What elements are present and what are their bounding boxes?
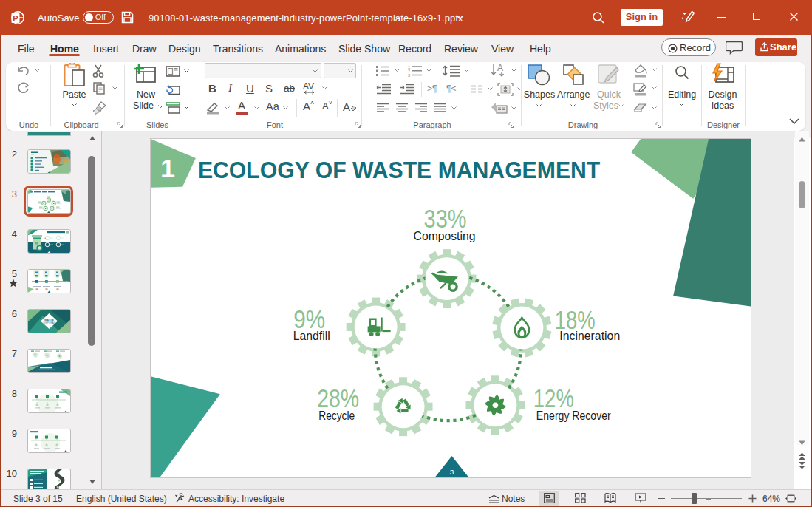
svg-text:Incineration: Incineration [559, 329, 620, 343]
svg-text:Energy Recover: Energy Recover [536, 409, 611, 423]
svg-text:AV: AV [303, 82, 314, 92]
svg-text:Recycle: Recycle [318, 409, 355, 423]
svg-text:Landfill: Landfill [293, 329, 330, 343]
svg-text:DISPOSAL: DISPOSAL [44, 321, 55, 324]
svg-text:3: 3 [450, 468, 454, 476]
svg-text:WASTE: WASTE [44, 319, 54, 321]
svg-text:ECOLOGY OF WASTE MANAGEMENT: ECOLOGY OF WASTE MANAGEMENT [198, 157, 601, 183]
svg-text:A: A [343, 101, 350, 113]
svg-text:A: A [497, 64, 503, 73]
svg-text:1: 1 [160, 153, 175, 183]
svg-text:3: 3 [408, 73, 410, 78]
svg-text:P: P [13, 14, 18, 23]
svg-text:Composting: Composting [414, 229, 476, 243]
